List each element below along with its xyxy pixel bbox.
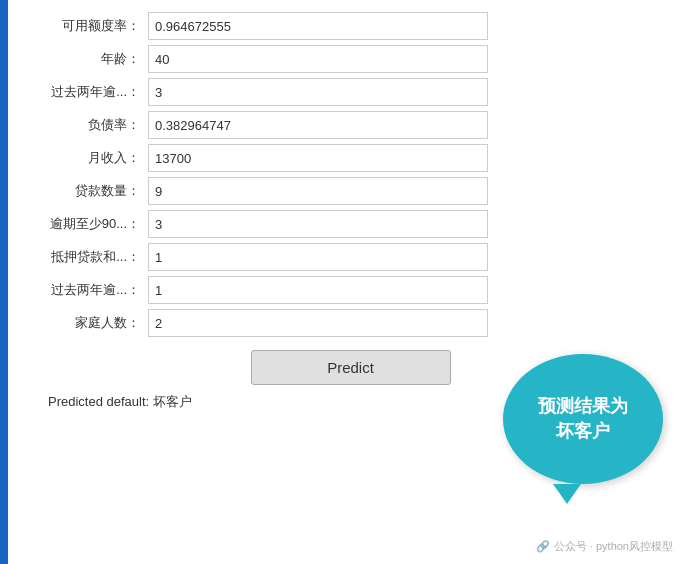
field-input-4[interactable] bbox=[148, 144, 488, 172]
field-input-1[interactable] bbox=[148, 45, 488, 73]
field-label-4: 月收入： bbox=[28, 149, 148, 167]
form-row: 年龄： bbox=[28, 45, 673, 73]
field-input-5[interactable] bbox=[148, 177, 488, 205]
field-label-7: 抵押贷款和...： bbox=[28, 248, 148, 266]
field-label-0: 可用额度率： bbox=[28, 17, 148, 35]
form-row: 家庭人数： bbox=[28, 309, 673, 337]
field-input-3[interactable] bbox=[148, 111, 488, 139]
field-input-8[interactable] bbox=[148, 276, 488, 304]
field-label-8: 过去两年逾...： bbox=[28, 281, 148, 299]
field-input-6[interactable] bbox=[148, 210, 488, 238]
field-input-9[interactable] bbox=[148, 309, 488, 337]
app-window: 可用额度率：年龄：过去两年逾...：负债率：月收入：贷款数量：逾期至少90...… bbox=[0, 0, 693, 564]
watermark-text: 公众号 · python风控模型 bbox=[554, 539, 673, 554]
field-input-2[interactable] bbox=[148, 78, 488, 106]
form-row: 贷款数量： bbox=[28, 177, 673, 205]
form-row: 逾期至少90...： bbox=[28, 210, 673, 238]
prediction-bubble: 预测结果为坏客户 bbox=[503, 354, 663, 484]
form-row: 月收入： bbox=[28, 144, 673, 172]
field-label-3: 负债率： bbox=[28, 116, 148, 134]
predict-button[interactable]: Predict bbox=[251, 350, 451, 385]
watermark: 🔗 公众号 · python风控模型 bbox=[536, 539, 673, 554]
form-row: 可用额度率： bbox=[28, 12, 673, 40]
wx-icon: 🔗 bbox=[536, 540, 550, 553]
form-row: 过去两年逾...： bbox=[28, 276, 673, 304]
form-row: 抵押贷款和...： bbox=[28, 243, 673, 271]
field-label-1: 年龄： bbox=[28, 50, 148, 68]
form-row: 负债率： bbox=[28, 111, 673, 139]
blue-sidebar bbox=[0, 0, 8, 564]
field-label-9: 家庭人数： bbox=[28, 314, 148, 332]
field-input-7[interactable] bbox=[148, 243, 488, 271]
field-input-0[interactable] bbox=[148, 12, 488, 40]
bubble-text: 预测结果为坏客户 bbox=[538, 394, 628, 444]
field-label-2: 过去两年逾...： bbox=[28, 83, 148, 101]
field-label-5: 贷款数量： bbox=[28, 182, 148, 200]
field-label-6: 逾期至少90...： bbox=[28, 215, 148, 233]
form-row: 过去两年逾...： bbox=[28, 78, 673, 106]
